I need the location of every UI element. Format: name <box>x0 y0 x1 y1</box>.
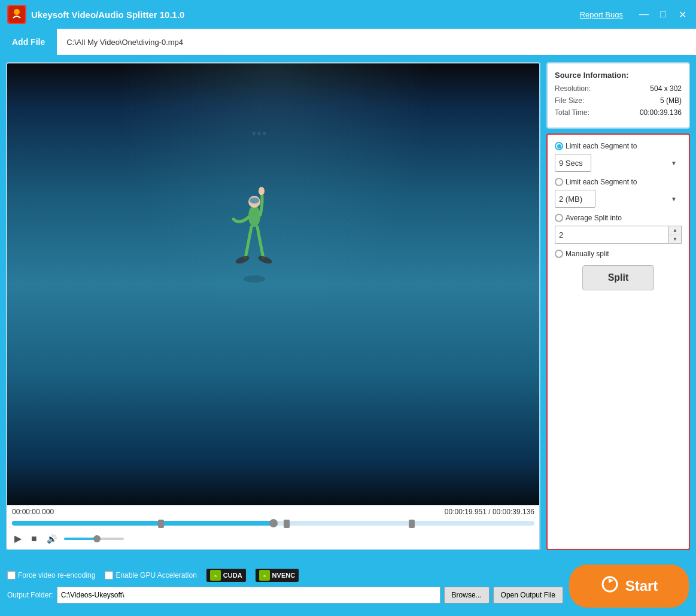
enable-gpu-label: Enable GPU Acceleration <box>116 571 196 579</box>
option2-row: Limit each Segment to 2 (MB) 5 (MB) 10 (… <box>555 178 682 208</box>
option1-select[interactable]: 9 Secs 5 Secs 10 Secs 20 Secs 30 Secs <box>555 154 591 172</box>
time-start: 00:00:00.000 <box>12 508 54 516</box>
total-time-value: 00:00:39.136 <box>640 108 682 117</box>
volume-fill <box>64 538 97 540</box>
cuda-icon: n <box>210 570 221 581</box>
file-size-label: File Size: <box>555 96 584 105</box>
split-options-panel: Limit each Segment to 9 Secs 5 Secs 10 S… <box>546 133 690 550</box>
volume-slider[interactable] <box>64 538 124 540</box>
option4-radio[interactable] <box>555 250 563 258</box>
option1-label: Limit each Segment to <box>566 142 637 150</box>
bottom-left: Force video re-encoding Enable GPU Accel… <box>7 569 563 603</box>
add-file-button[interactable]: Add File <box>0 28 57 56</box>
toolbar: Add File C:\All My Video\One\diving-0.mp… <box>0 29 696 56</box>
start-label: Start <box>625 578 658 594</box>
maximize-button[interactable]: □ <box>657 8 670 21</box>
bubble-effect: ○ ○ ○ <box>252 130 266 136</box>
nvenc-label: NVENC <box>272 572 296 579</box>
time-current: 00:00:19.951 / 00:00:39.136 <box>445 508 534 516</box>
right-panel: Source Information: Resolution: 504 x 30… <box>546 62 690 550</box>
main-content: ○ ○ ○ 00:00:00.000 00:00:19.951 / 00:00:… <box>0 56 696 556</box>
split-marker-2[interactable] <box>284 520 290 528</box>
option4-label: Manually split <box>566 250 609 258</box>
progress-thumb[interactable] <box>269 519 278 527</box>
svg-text:n: n <box>263 574 266 578</box>
svg-point-8 <box>244 275 265 283</box>
resolution-label: Resolution: <box>555 84 591 93</box>
checkboxes-row: Force video re-encoding Enable GPU Accel… <box>7 569 563 582</box>
diver-figure <box>230 174 278 294</box>
progress-fill <box>12 521 273 526</box>
video-preview: ○ ○ ○ <box>7 63 539 505</box>
svg-point-2 <box>248 205 260 227</box>
title-bar: Ukeysoft Video/Audio Splitter 10.1.0 Rep… <box>0 0 696 29</box>
option2-radio[interactable] <box>555 178 563 186</box>
video-area[interactable]: ○ ○ ○ <box>7 63 539 505</box>
file-size-value: 5 (MB) <box>660 96 682 105</box>
option1-radio[interactable] <box>555 142 563 150</box>
window-controls: — □ ✕ <box>637 8 689 21</box>
option1-header: Limit each Segment to <box>555 142 682 150</box>
browse-button[interactable]: Browse... <box>444 587 490 603</box>
option3-header: Average Split into <box>555 214 682 222</box>
app-logo <box>7 5 26 24</box>
option2-dropdown-row: 2 (MB) 5 (MB) 10 (MB) 50 (MB) 100 (MB) <box>555 190 682 208</box>
start-button[interactable]: Start <box>569 565 689 608</box>
force-reencode-item: Force video re-encoding <box>7 571 95 579</box>
progress-track[interactable] <box>12 521 534 526</box>
spinner-down-button[interactable]: ▼ <box>669 235 681 244</box>
svg-point-4 <box>250 198 259 204</box>
spinner-controls: ▲ ▼ <box>668 226 682 244</box>
start-icon <box>600 575 619 598</box>
output-path-input[interactable] <box>57 587 440 603</box>
time-display: 00:00:00.000 00:00:19.951 / 00:00:39.136 <box>7 505 539 518</box>
spinner-up-button[interactable]: ▲ <box>669 226 681 235</box>
force-reencode-checkbox[interactable] <box>7 571 16 579</box>
resolution-value: 504 x 302 <box>650 84 682 93</box>
option3-radio[interactable] <box>555 214 563 222</box>
minimize-button[interactable]: — <box>637 8 651 21</box>
close-button[interactable]: ✕ <box>676 8 689 21</box>
svg-point-7 <box>257 254 273 265</box>
split-button[interactable]: Split <box>582 265 654 290</box>
cuda-label: CUDA <box>223 572 242 579</box>
force-reencode-label: Force video re-encoding <box>18 571 95 579</box>
option4-row: Manually split <box>555 250 682 258</box>
cuda-badge: n CUDA <box>206 569 246 582</box>
source-info-title: Source Information: <box>555 71 682 80</box>
option3-input[interactable] <box>555 226 668 244</box>
option2-header: Limit each Segment to <box>555 178 682 186</box>
app-title: Ukeysoft Video/Audio Splitter 10.1.0 <box>31 10 580 20</box>
option2-label: Limit each Segment to <box>566 178 637 186</box>
play-button[interactable]: ▶ <box>12 532 24 545</box>
split-marker-3[interactable] <box>409 520 415 528</box>
open-output-button[interactable]: Open Output File <box>493 587 563 603</box>
volume-icon[interactable]: 🔊 <box>44 533 59 545</box>
stop-button[interactable]: ■ <box>29 532 39 545</box>
svg-marker-13 <box>609 578 613 583</box>
file-path-display: C:\All My Video\One\diving-0.mp4 <box>57 38 193 47</box>
source-info-panel: Source Information: Resolution: 504 x 30… <box>546 62 690 129</box>
svg-text:n: n <box>214 574 217 578</box>
controls-bar: ▶ ■ 🔊 <box>7 528 539 549</box>
total-time-row: Total Time: 00:00:39.136 <box>555 108 682 117</box>
enable-gpu-item: Enable GPU Acceleration <box>105 571 196 579</box>
nvenc-icon: n <box>259 570 270 581</box>
svg-point-6 <box>235 254 250 265</box>
report-bugs-link[interactable]: Report Bugs <box>580 10 623 19</box>
resolution-row: Resolution: 504 x 302 <box>555 84 682 93</box>
option2-select[interactable]: 2 (MB) 5 (MB) 10 (MB) 50 (MB) 100 (MB) <box>555 190 595 208</box>
option3-spinner: ▲ ▼ <box>555 226 682 244</box>
svg-point-5 <box>259 187 265 195</box>
file-size-row: File Size: 5 (MB) <box>555 96 682 105</box>
volume-thumb[interactable] <box>93 535 101 542</box>
output-row: Output Folder: Browse... Open Output Fil… <box>7 587 563 603</box>
total-time-label: Total Time: <box>555 108 589 117</box>
svg-point-1 <box>14 9 20 15</box>
bottom-bar: Force video re-encoding Enable GPU Accel… <box>0 556 696 616</box>
output-folder-label: Output Folder: <box>7 591 53 599</box>
enable-gpu-checkbox[interactable] <box>105 571 113 579</box>
option1-row: Limit each Segment to 9 Secs 5 Secs 10 S… <box>555 142 682 172</box>
option1-select-wrapper: 9 Secs 5 Secs 10 Secs 20 Secs 30 Secs <box>555 154 682 172</box>
app-window: Ukeysoft Video/Audio Splitter 10.1.0 Rep… <box>0 0 696 616</box>
